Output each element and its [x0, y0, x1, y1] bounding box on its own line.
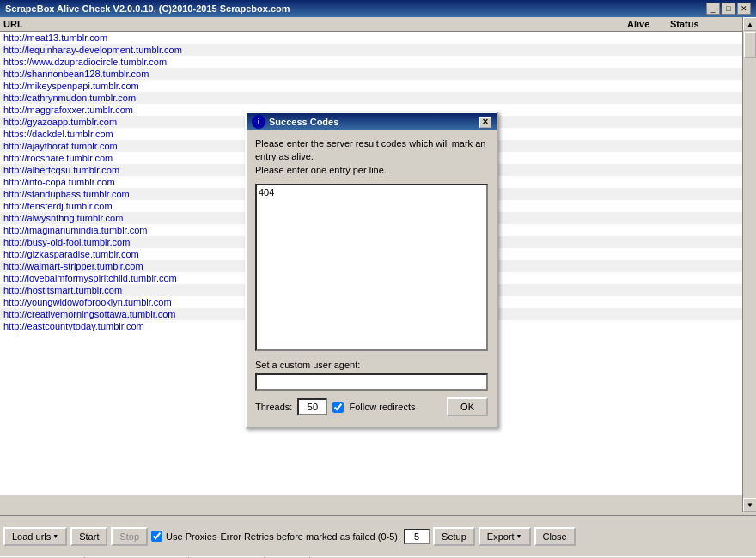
- use-proxies-checkbox[interactable]: [151, 531, 162, 542]
- error-retries-label: Error Retries before marked as failed (0…: [220, 531, 400, 542]
- close-button[interactable]: ✕: [737, 3, 751, 15]
- useragent-input[interactable]: [255, 373, 488, 391]
- title-bar-controls: _ □ ✕: [706, 3, 751, 15]
- dialog-title-text: Success Codes: [269, 117, 338, 127]
- setup-button[interactable]: Setup: [433, 527, 475, 546]
- threads-label: Threads:: [255, 402, 292, 412]
- load-urls-button[interactable]: Load urls ▼: [3, 527, 67, 546]
- dialog-description: Please enter the server result codes whi…: [255, 137, 488, 177]
- threads-input[interactable]: [297, 398, 327, 415]
- ok-button[interactable]: OK: [447, 397, 488, 416]
- dialog-overlay: i Success Codes ✕ Please enter the serve…: [0, 17, 756, 515]
- dialog-body: Please enter the server result codes whi…: [247, 130, 497, 427]
- follow-redirects-checkbox[interactable]: [332, 402, 344, 413]
- success-codes-dialog: i Success Codes ✕ Please enter the serve…: [245, 112, 498, 428]
- title-bar-text: ScrapeBox Alive Check V2.0.0.10, (C)2010…: [5, 3, 290, 14]
- export-button[interactable]: Export ▼: [479, 527, 531, 546]
- bottom-toolbar: Load urls ▼ Start Stop Use Proxies Error…: [0, 515, 756, 556]
- dialog-footer: Threads: Follow redirects OK: [255, 397, 488, 420]
- minimize-button[interactable]: _: [706, 3, 720, 15]
- dialog-close-button[interactable]: ✕: [479, 117, 491, 128]
- start-button[interactable]: Start: [70, 527, 107, 546]
- toolbar-row-1: Load urls ▼ Start Stop Use Proxies Error…: [3, 527, 753, 546]
- dialog-icon: i: [252, 115, 265, 129]
- follow-redirects-label: Follow redirects: [349, 402, 415, 412]
- useragent-label: Set a custom user agent:: [255, 360, 488, 370]
- use-proxies-label: Use Proxies: [166, 531, 216, 542]
- close-button[interactable]: Close: [534, 527, 576, 546]
- stop-button[interactable]: Stop: [111, 527, 148, 546]
- dialog-title-bar: i Success Codes ✕: [247, 113, 497, 130]
- load-urls-arrow: ▼: [52, 533, 58, 539]
- success-codes-textarea[interactable]: [255, 184, 488, 351]
- maximize-button[interactable]: □: [722, 3, 735, 15]
- export-arrow: ▼: [516, 533, 522, 539]
- title-bar: ScrapeBox Alive Check V2.0.0.10, (C)2010…: [0, 0, 756, 17]
- error-retries-input[interactable]: [404, 529, 430, 544]
